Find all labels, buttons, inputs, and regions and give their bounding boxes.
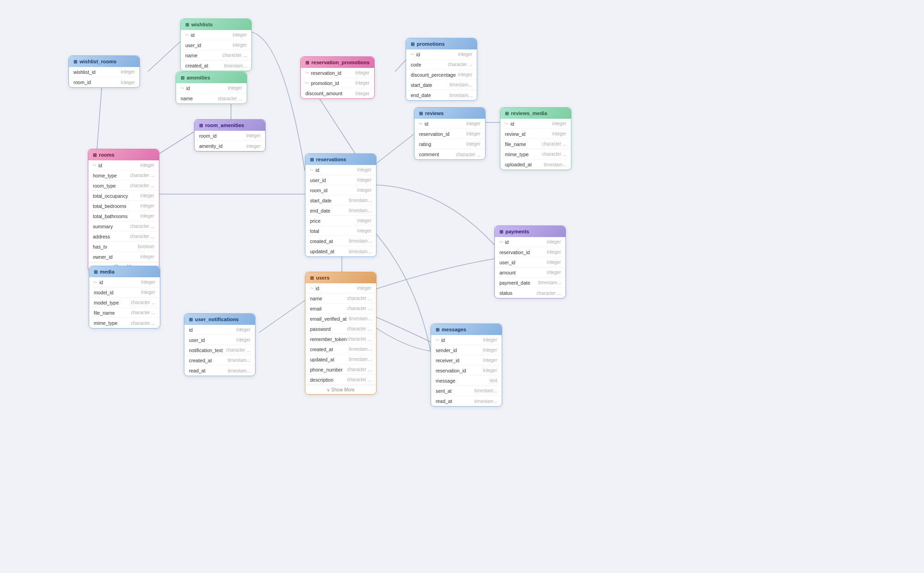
column-name-text: read_at [436,398,452,404]
column-name-text: total_bedrooms [93,203,126,209]
table-row: 🗝idinteger [176,83,247,93]
column-type: integer [357,286,371,291]
column-name: owner_id [93,254,113,260]
table-header-reviews: ⊞reviews [414,108,485,119]
column-name: 🗝id [181,85,190,91]
column-type: integer [547,239,561,244]
column-type: character ... [542,141,566,146]
table-row: payment_datetimestam... [495,278,565,288]
key-icon: 🗝 [185,33,189,37]
column-name: summary [93,224,113,229]
column-name-text: discount_amount [305,91,342,96]
column-name: user_id [189,337,205,343]
table-row: messagetext [431,376,502,386]
column-type: integer [357,188,371,193]
table-row: read_attimestam... [431,396,502,406]
column-name: name [185,53,197,58]
table-row: namecharacter ... [181,50,251,61]
column-type: character ... [226,347,250,353]
table-name-label: reservation_promotions [311,60,370,65]
column-type: timestam... [544,162,566,167]
column-name: user_id [310,177,326,183]
column-type: character ... [536,291,561,296]
column-name-text: read_at [189,368,206,373]
table-name-label: amenities [187,75,210,80]
table-row: file_namecharacter ... [89,308,160,318]
key-icon: 🗝 [94,280,97,284]
table-body-reviews: 🗝idintegerreservation_idintegerratingint… [414,119,485,159]
table-row: sender_idinteger [431,345,502,355]
table-header-reviews_media: ⊞reviews_media [500,108,571,119]
column-name-text: payment_date [499,280,530,286]
column-name: 🗝id [419,121,428,127]
column-name: sent_at [436,388,451,394]
column-name-text: id [98,163,102,168]
key-icon: 🗝 [411,52,414,56]
column-name: total_bathrooms [93,213,128,219]
table-reservation_promotions: ⊞reservation_promotions🗝reservation_idin… [300,56,375,99]
column-type: timestam... [349,249,371,254]
table-row: 🗝idinteger [431,335,502,345]
table-row: namecharacter ... [305,293,376,304]
table-body-messages: 🗝idintegersender_idintegerreceiver_idint… [431,335,502,406]
column-type: character ... [130,234,154,239]
table-body-wishlist_rooms: wishlist_idintegerroom_idinteger [69,67,140,87]
column-name-text: model_id [94,290,114,295]
column-type: integer [357,218,371,223]
table-header-room_amenities: ⊞room_amenities [195,120,265,131]
column-name-text: created_at [185,63,208,68]
table-icon: ⊞ [189,317,193,322]
show-more-button[interactable]: ∨ Show More [305,385,376,394]
table-row: model_typecharacter ... [89,298,160,308]
column-name-text: mime_type [505,152,529,157]
column-type: integer [141,280,155,285]
column-type: character ... [218,96,242,101]
column-name-text: email_verified_at [310,316,346,322]
table-row: home_typecharacter ... [88,171,159,181]
table-icon: ⊞ [310,157,314,162]
table-name-label: rooms [99,152,115,158]
column-name: model_id [94,290,114,295]
column-name: mime_type [505,152,529,157]
column-name: model_type [94,300,119,305]
table-body-rooms: 🗝idintegerhome_typecharacter ...room_typ… [88,160,159,271]
column-name-text: code [411,62,421,67]
column-name: 🗝id [505,121,514,127]
column-name-text: file_name [505,141,526,147]
column-name-text: end_date [411,92,431,98]
table-wishlist_rooms: ⊞wishlist_roomswishlist_idintegerroom_id… [68,55,140,88]
table-row: commentcharacter ... [414,149,485,159]
table-icon: ⊞ [411,42,414,47]
column-name-text: created_at [310,347,333,352]
column-name: user_id [499,260,515,265]
table-row: user_idinteger [184,335,255,345]
column-type: timestam... [228,358,250,363]
column-name: address [93,234,110,239]
column-type: character ... [347,296,371,301]
column-name-text: id [441,337,445,343]
column-name-text: created_at [310,238,333,244]
key-icon: 🗝 [93,163,97,167]
table-row: namecharacter ... [176,93,247,104]
column-type: integer [140,203,154,208]
column-name-text: name [181,96,193,101]
table-row: 🗝idinteger [414,119,485,129]
column-name: file_name [505,141,526,147]
column-type: integer [466,121,480,126]
column-name-text: rating [419,141,431,147]
column-type: timestam... [349,347,371,352]
column-type: character ... [347,306,371,311]
table-icon: ⊞ [93,152,97,158]
table-header-rooms: ⊞rooms [88,149,159,160]
table-row: uploaded_attimestam... [500,159,571,170]
column-type: integer [547,260,561,265]
column-type: integer [140,193,154,198]
column-name-text: reservation_id [436,368,466,373]
column-name: 🗝reservation_id [305,70,341,76]
column-type: integer [121,69,135,74]
table-payments: ⊞payments🗝idintegerreservation_idinteger… [494,226,566,299]
table-row: review_idinteger [500,129,571,139]
key-icon: 🗝 [305,81,309,85]
column-name-text: created_at [189,358,212,363]
column-name-text: receiver_id [436,358,459,363]
